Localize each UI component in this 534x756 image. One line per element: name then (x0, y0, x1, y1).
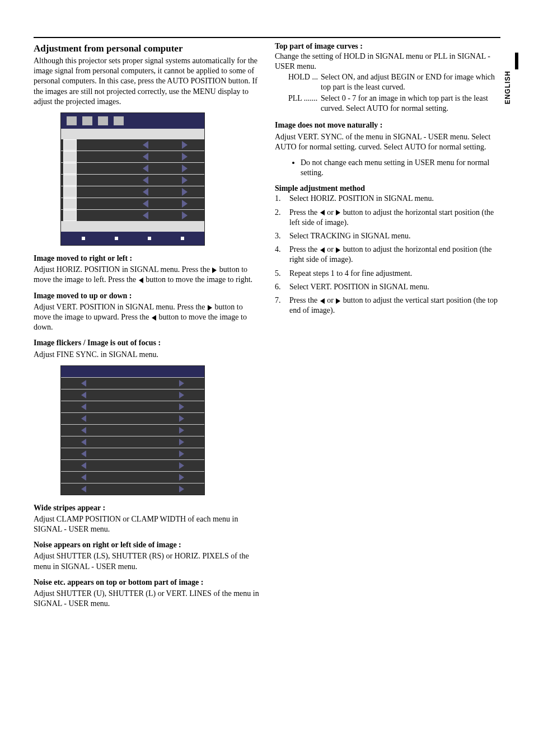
section-title: Adjustment from personal computer (34, 43, 259, 55)
left-arrow-icon (81, 486, 86, 492)
left-arrow-icon (143, 153, 148, 161)
right-arrow-icon (208, 305, 212, 311)
step-item: 1.Select HORIZ. POSITION in SIGNAL menu. (275, 194, 500, 204)
subsection-heading: Image does not move naturally : (275, 120, 500, 130)
definition-list: HOLD ... Select ON, and adjust BEGIN or … (288, 72, 500, 114)
subsection-heading: Image moved to right or left : (34, 253, 259, 264)
right-arrow-icon (179, 392, 184, 398)
subsection-heading: Top part of image curves : (275, 41, 500, 51)
right-arrow-icon (336, 210, 340, 215)
right-arrow-icon (179, 415, 184, 422)
step-item: 2.Press the or button to adjust the hori… (275, 208, 500, 228)
menu-row-icon (63, 139, 77, 151)
step-text: Press the or button to adjust the horizo… (289, 245, 500, 265)
step-number: 2. (275, 208, 285, 228)
subsection-body: Adjust VERT. POSITION in SIGNAL menu. Pr… (34, 302, 259, 333)
menu-tab-icon (98, 116, 108, 125)
step-text: Press the or button to adjust the vertic… (289, 295, 500, 316)
right-arrow-icon (179, 474, 184, 481)
subsection-heading: Simple adjustment method (275, 184, 500, 194)
menu-tab-icon (114, 116, 124, 125)
nav-dot-icon (148, 237, 151, 240)
right-arrow-icon (182, 153, 188, 161)
subsection-body: Adjust FINE SYNC. in SIGNAL menu. (34, 350, 259, 360)
step-text: Select HORIZ. POSITION in SIGNAL menu. (289, 194, 434, 204)
left-arrow-icon (143, 188, 148, 196)
step-number: 3. (275, 231, 285, 241)
left-arrow-icon (143, 165, 148, 172)
step-number: 7. (275, 295, 285, 316)
step-text: Press the or button to adjust the horizo… (289, 208, 500, 228)
menu-tab-icon (67, 116, 77, 125)
left-arrow-icon (143, 141, 148, 149)
step-number: 5. (275, 269, 285, 279)
nav-dot-icon (82, 237, 85, 240)
intro-paragraph: Although this projector sets proper sign… (34, 56, 259, 107)
left-arrow-icon (81, 392, 86, 398)
nav-dot-icon (181, 237, 184, 240)
right-arrow-icon (179, 380, 184, 387)
user-menu-illustration (60, 365, 205, 495)
right-arrow-icon (182, 165, 188, 172)
step-item: 4.Press the or button to adjust the hori… (275, 245, 500, 265)
right-arrow-icon (179, 486, 184, 492)
dl-term: HOLD ... (288, 72, 321, 92)
step-item: 3.Select TRACKING in SIGNAL menu. (275, 231, 500, 241)
subsection-heading: Image flickers / Image is out of focus : (34, 338, 259, 348)
left-arrow-icon (143, 176, 148, 184)
left-arrow-icon (143, 200, 148, 208)
dl-definition: Select ON, and adjust BEGIN or END for i… (321, 72, 500, 92)
step-number: 4. (275, 245, 285, 265)
menu-row-icon (63, 163, 77, 174)
subsection-heading: Wide stripes appear : (34, 503, 259, 513)
step-text: Select VERT. POSITION in SIGNAL menu. (289, 282, 429, 292)
menu-tab-icon (82, 116, 92, 125)
right-arrow-icon (212, 267, 217, 273)
note-list: Do not change each menu setting in USER … (275, 158, 500, 178)
subsection-body: Adjust SHUTTER (U), SHUTTER (L) or VERT.… (34, 589, 259, 609)
step-item: 7.Press the or button to adjust the vert… (275, 295, 500, 316)
menu-row-icon (63, 210, 77, 221)
subsection-heading: Image moved to up or down : (34, 291, 259, 301)
subsection-body: Change the setting of HOLD in SIGNAL men… (275, 51, 500, 72)
left-arrow-icon (81, 450, 86, 457)
menu-row-icon (63, 198, 77, 209)
steps-list: 1.Select HORIZ. POSITION in SIGNAL menu.… (275, 194, 500, 316)
left-arrow-icon (81, 427, 86, 434)
right-arrow-icon (182, 141, 188, 149)
nav-dot-icon (115, 237, 118, 240)
section-divider (34, 37, 500, 38)
signal-menu-illustration (60, 112, 205, 246)
right-arrow-icon (179, 403, 184, 410)
menu-row-icon (63, 151, 77, 162)
right-arrow-icon (182, 212, 188, 219)
step-number: 6. (275, 282, 285, 292)
left-arrow-icon (81, 474, 86, 481)
step-text: Repeat steps 1 to 4 for fine adjustment. (289, 269, 412, 279)
language-label: ENGLISH (504, 71, 513, 104)
step-item: 5.Repeat steps 1 to 4 for fine adjustmen… (275, 269, 500, 279)
left-arrow-icon (143, 212, 148, 219)
subsection-body: Adjust SHUTTER (LS), SHUTTER (RS) or HOR… (34, 551, 259, 571)
left-arrow-icon (320, 247, 325, 253)
left-arrow-icon (81, 439, 86, 445)
subsection-body: Adjust HORIZ. POSITION in SIGNAL menu. P… (34, 265, 259, 285)
right-arrow-icon (336, 298, 340, 304)
left-arrow-icon (139, 278, 143, 283)
right-arrow-icon (182, 176, 188, 184)
right-arrow-icon (179, 462, 184, 469)
left-arrow-icon (320, 298, 325, 304)
left-arrow-icon (81, 415, 86, 422)
left-arrow-icon (152, 315, 156, 321)
subsection-heading: Noise appears on right or left side of i… (34, 540, 259, 550)
left-arrow-icon (81, 403, 86, 410)
subsection-body: Adjust CLAMP POSITION or CLAMP WIDTH of … (34, 514, 259, 534)
note-item: Do not change each menu setting in USER … (301, 158, 500, 178)
dl-definition: Select 0 - 7 for an image in which top p… (321, 93, 500, 114)
step-number: 1. (275, 194, 285, 204)
right-arrow-icon (179, 450, 184, 457)
subsection-heading: Noise etc. appears on top or bottom part… (34, 577, 259, 588)
menu-row-icon (63, 175, 77, 186)
right-arrow-icon (179, 427, 184, 434)
subsection-body: Adjust VERT. SYNC. of the menu in SIGNAL… (275, 132, 500, 152)
